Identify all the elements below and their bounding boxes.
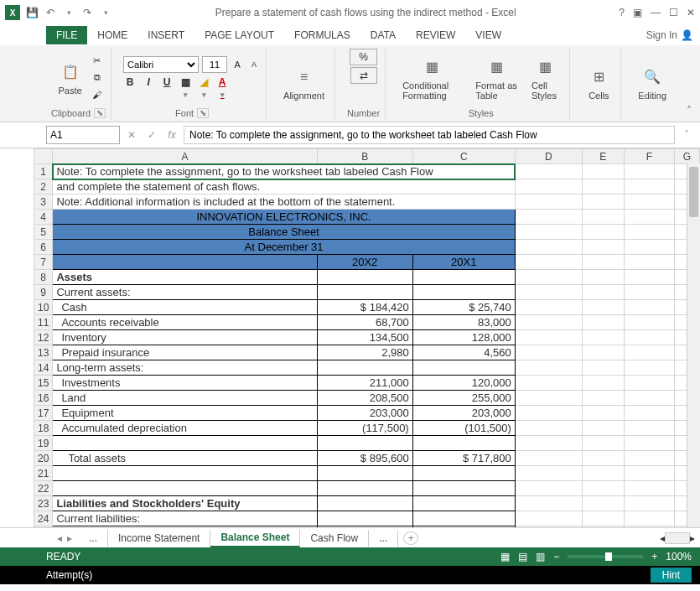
cell[interactable]: 4,560 xyxy=(412,345,515,360)
cell[interactable]: 2,980 xyxy=(317,345,412,360)
cell[interactable]: Accounts receivable xyxy=(53,315,317,330)
cell[interactable]: Current liabilities: xyxy=(53,511,317,526)
cell[interactable]: and complete the statement of cash flows… xyxy=(53,179,515,194)
minimize-icon[interactable]: — xyxy=(651,7,661,18)
cell[interactable]: 20X1 xyxy=(412,255,515,270)
paste-button[interactable]: 📋 Paste xyxy=(53,59,86,97)
zoom-level[interactable]: 100% xyxy=(666,551,692,562)
tab-data[interactable]: DATA xyxy=(360,26,406,44)
sheet-tab-income[interactable]: Income Statement xyxy=(108,530,210,547)
borders-icon[interactable]: ▦ xyxy=(179,76,192,100)
row-header[interactable]: 11 xyxy=(34,315,53,330)
qat-customize-icon[interactable] xyxy=(99,6,112,19)
row-header[interactable]: 22 xyxy=(34,481,53,496)
col-header[interactable]: A xyxy=(53,149,317,164)
cell[interactable]: Current assets: xyxy=(53,285,317,300)
help-icon[interactable]: ? xyxy=(619,7,625,18)
save-icon[interactable]: 💾 xyxy=(25,6,39,19)
worksheet-grid[interactable]: A B C D E F G 1Note: To complete the ass… xyxy=(0,148,700,527)
fill-color-icon[interactable]: ◢ xyxy=(197,76,210,100)
cell[interactable]: Note: To complete the assignment, go to … xyxy=(53,164,515,179)
clipboard-launcher-icon[interactable]: ⬊ xyxy=(94,108,106,118)
cell[interactable]: 134,500 xyxy=(317,330,412,345)
cell[interactable]: Investments xyxy=(53,376,317,391)
cell[interactable]: Long-term assets: xyxy=(53,360,317,376)
format-painter-icon[interactable]: 🖌 xyxy=(91,88,104,101)
cell[interactable]: $ 81,000 xyxy=(412,526,515,528)
cell[interactable]: Equipment xyxy=(53,406,317,421)
col-header[interactable]: D xyxy=(515,149,582,164)
col-header[interactable]: B xyxy=(317,149,412,164)
new-sheet-icon[interactable]: + xyxy=(403,531,418,545)
cell[interactable]: 83,000 xyxy=(412,315,515,330)
sheet-nav-prev-icon[interactable]: ◂ xyxy=(57,532,62,544)
row-header[interactable]: 2 xyxy=(34,179,53,194)
copy-icon[interactable]: ⧉ xyxy=(91,71,104,85)
sign-in-link[interactable]: Sign In👤 xyxy=(646,29,693,41)
row-header[interactable]: 7 xyxy=(34,255,53,270)
format-as-table-button[interactable]: ▦Format as Table xyxy=(470,54,523,102)
cell[interactable]: 208,500 xyxy=(317,391,412,406)
cell[interactable]: 120,000 xyxy=(412,376,515,391)
row-header[interactable]: 8 xyxy=(34,270,53,285)
font-color-icon[interactable]: A xyxy=(215,76,229,100)
alignment-button[interactable]: ≡ Alignment xyxy=(278,64,329,102)
cell-styles-button[interactable]: ▦Cell Styles xyxy=(526,54,564,102)
scroll-thumb[interactable] xyxy=(689,167,698,217)
row-header[interactable]: 4 xyxy=(34,210,53,225)
cell[interactable]: Land xyxy=(53,391,317,406)
row-header[interactable]: 6 xyxy=(34,240,53,255)
cell[interactable]: Note: Additional information is included… xyxy=(53,194,515,210)
cut-icon[interactable]: ✂ xyxy=(91,54,104,68)
cell[interactable]: $ 895,600 xyxy=(317,451,412,466)
cell[interactable]: 68,700 xyxy=(317,315,412,330)
row-header[interactable]: 23 xyxy=(34,496,53,511)
cell[interactable]: 211,000 xyxy=(317,376,412,391)
cell[interactable]: 203,000 xyxy=(412,406,515,421)
cell[interactable]: $ 184,420 xyxy=(317,300,412,315)
cell[interactable]: 128,000 xyxy=(412,330,515,345)
hint-button[interactable]: Hint xyxy=(651,568,692,583)
cell[interactable] xyxy=(53,255,317,270)
sheet-tab-balance[interactable]: Balance Sheet xyxy=(210,529,300,547)
cell[interactable]: Inventory xyxy=(53,330,317,345)
row-header[interactable]: 17 xyxy=(34,406,53,421)
font-name-select[interactable]: Calibri xyxy=(123,56,199,73)
row-header[interactable]: 21 xyxy=(34,466,53,481)
percent-button[interactable]: % xyxy=(350,49,377,65)
row-header[interactable]: 12 xyxy=(34,330,53,345)
tab-formulas[interactable]: FORMULAS xyxy=(284,26,360,44)
horizontal-scrollbar[interactable] xyxy=(665,532,690,544)
sheet-tab[interactable]: ... xyxy=(369,530,398,547)
tab-review[interactable]: REVIEW xyxy=(406,26,465,44)
view-pagebreak-icon[interactable]: ▥ xyxy=(536,551,545,562)
cell[interactable]: 255,000 xyxy=(412,391,515,406)
cell[interactable]: 20X2 xyxy=(317,255,412,270)
row-header[interactable]: 1 xyxy=(34,164,53,179)
row-header[interactable]: 16 xyxy=(34,391,53,406)
cell[interactable]: (117,500) xyxy=(317,421,412,436)
cell[interactable]: Assets xyxy=(53,270,317,285)
tab-insert[interactable]: INSERT xyxy=(137,26,194,44)
shrink-font-icon[interactable]: A xyxy=(247,58,261,71)
row-header[interactable]: 3 xyxy=(34,194,53,210)
maximize-icon[interactable]: ☐ xyxy=(669,7,678,18)
undo-icon[interactable]: ↶ xyxy=(44,6,57,19)
undo-dropdown-icon[interactable] xyxy=(62,6,75,19)
formula-input[interactable] xyxy=(184,126,675,144)
sheet-tab[interactable]: ... xyxy=(79,530,108,547)
accept-formula-icon[interactable]: ✓ xyxy=(143,129,160,141)
col-header[interactable]: C xyxy=(412,149,515,164)
collapse-ribbon-icon[interactable]: ˄ xyxy=(683,101,695,120)
conditional-formatting-button[interactable]: ▦Conditional Formatting xyxy=(397,54,467,102)
fx-icon[interactable]: fx xyxy=(163,129,180,141)
cell[interactable]: Prepaid insurance xyxy=(53,345,317,360)
view-pagelayout-icon[interactable]: ▤ xyxy=(518,551,527,562)
cell[interactable]: $ 26,500 xyxy=(317,526,412,528)
editing-button[interactable]: 🔍Editing xyxy=(633,64,671,102)
expand-formula-icon[interactable]: ˅ xyxy=(678,129,695,141)
cell[interactable]: $ 717,800 xyxy=(412,451,515,466)
tab-file[interactable]: FILE xyxy=(46,26,87,44)
grow-font-icon[interactable]: A xyxy=(231,58,244,71)
number-format-icon[interactable]: ⇄ xyxy=(350,67,377,84)
